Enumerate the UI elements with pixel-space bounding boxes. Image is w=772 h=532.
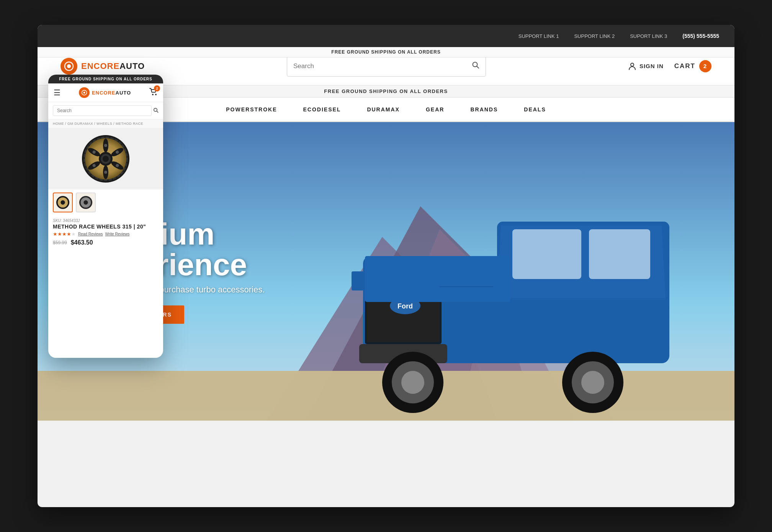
new-price: $463.50 <box>71 239 93 246</box>
svg-point-28 <box>581 371 604 394</box>
search-container <box>287 56 486 77</box>
support-links: SUPPORT LINK 1 SUPPORT LINK 2 SUPORT LIN… <box>518 33 719 39</box>
svg-point-35 <box>155 94 157 95</box>
user-icon <box>628 62 636 70</box>
svg-point-50 <box>104 144 107 147</box>
cart-button[interactable]: CART 2 <box>674 60 711 72</box>
mobile-thumbnails <box>48 189 163 215</box>
mobile-cart-badge: 2 <box>154 85 160 91</box>
top-bar: SUPPORT LINK 1 SUPPORT LINK 2 SUPORT LIN… <box>38 25 734 47</box>
browser-window: SUPPORT LINK 1 SUPPORT LINK 2 SUPORT LIN… <box>38 25 734 507</box>
hamburger-menu[interactable]: ☰ <box>54 88 61 97</box>
svg-point-25 <box>401 371 424 394</box>
write-reviews-link[interactable]: Write Reviews <box>105 232 129 236</box>
mobile-logo-icon <box>79 87 90 98</box>
mobile-price: $59.99 $463.50 <box>53 239 159 246</box>
search-input[interactable] <box>293 62 472 70</box>
svg-point-1 <box>67 64 71 68</box>
nav-powerstroke[interactable]: POWERSTROKE <box>224 106 278 113</box>
svg-point-2 <box>473 62 478 67</box>
mobile-search-area <box>48 102 163 119</box>
sign-in-button[interactable]: SIGN IN <box>628 62 664 70</box>
logo-icon <box>61 58 77 75</box>
old-price: $59.99 <box>53 240 67 245</box>
mobile-shipping-banner: FREE GROUND SHIPPING ON ALL ORDERS <box>48 75 163 83</box>
svg-text:Ford: Ford <box>397 302 413 310</box>
svg-point-53 <box>104 171 107 174</box>
mobile-header: ☰ ENCOREAUTO 2 <box>48 83 163 102</box>
support-link-3[interactable]: SUPORT LINK 3 <box>630 33 667 39</box>
svg-point-33 <box>83 92 85 94</box>
svg-rect-16 <box>589 229 650 279</box>
mobile-sku: SKU: 3465433J <box>53 219 159 223</box>
svg-rect-30 <box>352 271 365 290</box>
svg-point-4 <box>631 63 634 66</box>
svg-rect-15 <box>512 229 581 279</box>
svg-line-37 <box>157 111 158 113</box>
phone-number: (555) 555-5555 <box>682 33 719 39</box>
mobile-breadcrumb: HOME / GM DURAMAX / WHEELS / METHOD RACE <box>48 119 163 128</box>
mobile-logo-text: ENCOREAUTO <box>92 90 131 96</box>
nav-duramax[interactable]: DURAMAX <box>365 106 401 113</box>
svg-point-49 <box>103 156 109 162</box>
mobile-product-info: SKU: 3465433J METHOD RACE WHEELS 315 | 2… <box>48 215 163 249</box>
svg-rect-29 <box>365 256 510 302</box>
mobile-search-input[interactable] <box>53 105 152 116</box>
nav-gear[interactable]: GEAR <box>424 106 446 113</box>
cart-count-badge: 2 <box>699 60 711 72</box>
mobile-thumb-1[interactable] <box>53 193 73 212</box>
svg-point-62 <box>83 200 88 204</box>
logo[interactable]: ENCOREAUTO <box>61 58 145 75</box>
support-link-1[interactable]: SUPPORT LINK 1 <box>518 33 559 39</box>
svg-point-34 <box>152 94 154 95</box>
svg-line-3 <box>477 67 479 69</box>
mobile-search-button[interactable] <box>153 108 159 114</box>
mobile-logo[interactable]: ENCOREAUTO <box>79 87 131 98</box>
search-button[interactable] <box>472 61 479 71</box>
support-link-2[interactable]: SUPPORT LINK 2 <box>574 33 615 39</box>
mobile-product-image <box>48 128 163 189</box>
logo-text: ENCOREAUTO <box>81 61 145 71</box>
mobile-thumb-2[interactable] <box>76 193 96 212</box>
mobile-stars-row: ★★★★★ Read Reviews Write Reviews <box>53 231 159 237</box>
read-reviews-link[interactable]: Read Reviews <box>78 232 103 236</box>
mobile-product-name: METHOD RACE WHEELS 315 | 20" <box>53 224 159 230</box>
svg-point-59 <box>61 200 65 204</box>
nav-deals[interactable]: DEALS <box>522 106 547 113</box>
mobile-overlay: FREE GROUND SHIPPING ON ALL ORDERS ☰ ENC… <box>48 75 163 358</box>
nav-brands[interactable]: BRANDS <box>469 106 499 113</box>
header-right: SIGN IN CART 2 <box>628 60 711 72</box>
star-rating: ★★★★★ <box>53 231 76 237</box>
mobile-cart-button[interactable]: 2 <box>149 88 158 98</box>
product-wheel-svg <box>81 134 131 184</box>
nav-ecodiesel[interactable]: ECODIESEL <box>301 106 342 113</box>
shipping-banner: FREE GROUND SHIPPING ON ALL ORDERS <box>38 47 734 57</box>
